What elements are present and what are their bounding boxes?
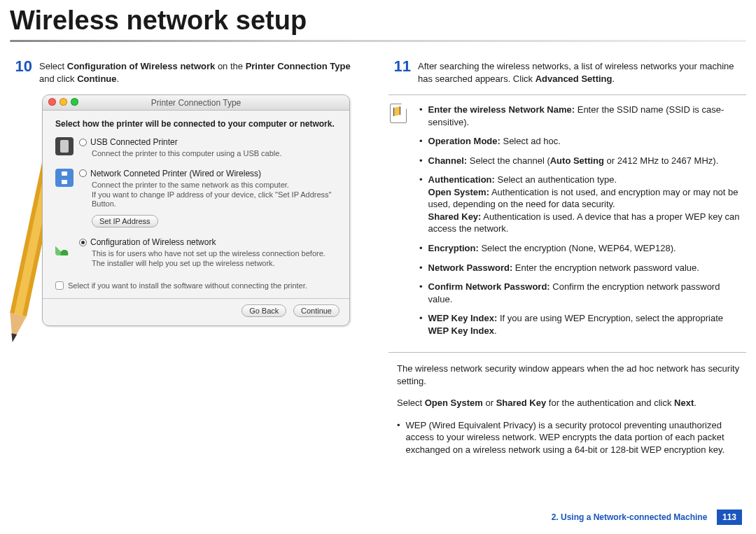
- title-rule: [10, 40, 746, 42]
- t: If you are using WEP Encryption, select …: [497, 313, 723, 323]
- t: Network Password:: [428, 262, 513, 273]
- dialog-footer: Go Back Continue: [43, 298, 349, 325]
- t: Confirm Network Password:: [428, 281, 550, 292]
- t: or 2412 MHz to 2467 MHz).: [604, 155, 718, 166]
- goback-button[interactable]: Go Back: [241, 304, 286, 317]
- checkbox-icon[interactable]: [55, 281, 64, 290]
- t: Auto Setting: [550, 155, 604, 166]
- option-wireless[interactable]: Configuration of Wireless network This i…: [55, 237, 337, 274]
- t: Shared Key:: [428, 211, 482, 222]
- t: .: [694, 398, 696, 408]
- footer-page-number: 113: [717, 510, 742, 525]
- step-10-text: Select Configuration of Wireless network…: [39, 57, 368, 85]
- content-columns: 10 Select Configuration of Wireless netw…: [0, 57, 756, 461]
- option-network-label[interactable]: Network Conneted Printer (Wired or Wirel…: [79, 169, 337, 178]
- option-wireless-body: Configuration of Wireless network This i…: [79, 237, 337, 274]
- svg-marker-3: [4, 313, 27, 344]
- t: Select an authentication type.: [495, 174, 617, 185]
- page-footer: 2. Using a Network-connected Machine 113: [0, 510, 756, 534]
- t: Select the encryption (None, WEP64, WEP1…: [479, 243, 676, 253]
- minimize-icon[interactable]: [59, 98, 67, 106]
- option-wireless-label[interactable]: Configuration of Wireless network: [79, 237, 337, 247]
- left-column: 10 Select Configuration of Wireless netw…: [10, 57, 368, 461]
- option-network[interactable]: Network Conneted Printer (Wired or Wirel…: [55, 169, 337, 233]
- t: .: [612, 73, 615, 84]
- t: Network Conneted Printer (Wired or Wirel…: [90, 169, 261, 178]
- option-usb-desc: Connect the printer to this computer usi…: [92, 149, 337, 159]
- step-11: 11 After searching the wireless networks…: [388, 57, 746, 85]
- option-network-desc: Connect the printer to the same network …: [92, 181, 337, 209]
- t: Select: [39, 61, 67, 71]
- continue-button[interactable]: Continue: [293, 304, 340, 317]
- radio-network[interactable]: [79, 169, 87, 177]
- svg-marker-4: [10, 333, 17, 342]
- t: Configuration of Wireless network: [90, 237, 216, 247]
- callout-item: WEP Key Index: If you are using WEP Encr…: [419, 312, 746, 337]
- footer-chapter: 2. Using a Network-connected Machine: [552, 512, 708, 522]
- callout-item: Enter the wireless Network Name: Enter t…: [419, 104, 746, 128]
- t: and click: [39, 73, 77, 84]
- note-callout: Enter the wireless Network Name: Enter t…: [388, 94, 746, 353]
- option-usb[interactable]: USB Connected Printer Connect the printe…: [55, 137, 337, 164]
- network-icon: [55, 169, 74, 187]
- t: for the authentication and click: [546, 398, 674, 408]
- t: or: [483, 398, 496, 408]
- callout-item: Network Password: Enter the encryption n…: [419, 262, 746, 274]
- t: Continue: [77, 73, 116, 84]
- dialog-title: Printer Connection Type: [151, 98, 241, 108]
- step-11-text: After searching the wireless networks, a…: [418, 57, 746, 85]
- t: WEP (Wired Equivalent Privacy) is a secu…: [406, 419, 746, 456]
- t: Operation Mode:: [428, 136, 500, 146]
- t: WEP Key Index:: [428, 313, 498, 323]
- callout-item: Operation Mode: Select ad hoc.: [419, 135, 746, 148]
- t: Enter the wireless Network Name:: [428, 104, 575, 115]
- radio-wireless[interactable]: [79, 239, 87, 246]
- t: Encryption:: [428, 243, 479, 253]
- callout-item: Encryption: Select the encryption (None,…: [419, 242, 746, 255]
- t: Advanced Setting: [536, 73, 612, 84]
- option-usb-label[interactable]: USB Connected Printer: [79, 137, 337, 147]
- t: Shared Key: [496, 398, 547, 408]
- page-title: Wireless network setup: [0, 0, 756, 40]
- t: Select if you want to install the softwa…: [68, 281, 307, 290]
- wep-bullet: WEP (Wired Equivalent Privacy) is a secu…: [397, 419, 746, 456]
- paragraph-select-auth: Select Open System or Shared Key for the…: [397, 397, 746, 409]
- option-network-body: Network Conneted Printer (Wired or Wirel…: [79, 169, 337, 233]
- close-icon[interactable]: [48, 98, 56, 106]
- note-icon: [390, 104, 407, 123]
- dialog-body: Select how the printer will be connected…: [43, 111, 349, 298]
- t: Next: [674, 398, 694, 408]
- callout-item: Authentication: Select an authentication…: [419, 174, 746, 235]
- step-10-number: 10: [10, 57, 32, 76]
- checkbox-install-without[interactable]: Select if you want to install the softwa…: [55, 281, 337, 290]
- t: on the: [215, 61, 245, 71]
- t: Open System: [425, 398, 483, 408]
- t: Configuration of Wireless network: [67, 61, 216, 71]
- t: Enter the encryption network password va…: [512, 262, 699, 273]
- dialog-titlebar: Printer Connection Type: [43, 95, 349, 111]
- callout-item: Confirm Network Password: Confirm the en…: [419, 281, 746, 305]
- radio-usb[interactable]: [79, 139, 87, 146]
- set-ip-address-button[interactable]: Set IP Address: [92, 215, 158, 227]
- window-controls[interactable]: [48, 98, 78, 106]
- option-usb-body: USB Connected Printer Connect the printe…: [79, 137, 337, 164]
- t: Channel:: [428, 155, 468, 166]
- t: Select: [397, 398, 425, 408]
- zoom-icon[interactable]: [71, 98, 78, 106]
- wifi-icon: [55, 237, 74, 255]
- dialog-printer-connection-type: Printer Connection Type Select how the p…: [42, 94, 350, 326]
- t: Select ad hoc.: [500, 136, 561, 146]
- t: .: [494, 325, 497, 336]
- paragraph-security: The wireless network security window app…: [397, 363, 746, 387]
- usb-icon: [55, 137, 74, 155]
- t: Select the channel (: [467, 155, 550, 166]
- callout-list: Enter the wireless Network Name: Enter t…: [415, 104, 746, 344]
- callout-item: Channel: Select the channel (Auto Settin…: [419, 155, 746, 167]
- right-column: 11 After searching the wireless networks…: [388, 57, 746, 461]
- t: WEP Key Index: [428, 325, 494, 336]
- dialog-heading: Select how the printer will be connected…: [55, 119, 337, 129]
- t: Authentication:: [428, 174, 495, 185]
- step-11-number: 11: [388, 57, 411, 76]
- t: USB Connected Printer: [90, 137, 178, 147]
- step-10: 10 Select Configuration of Wireless netw…: [10, 57, 368, 85]
